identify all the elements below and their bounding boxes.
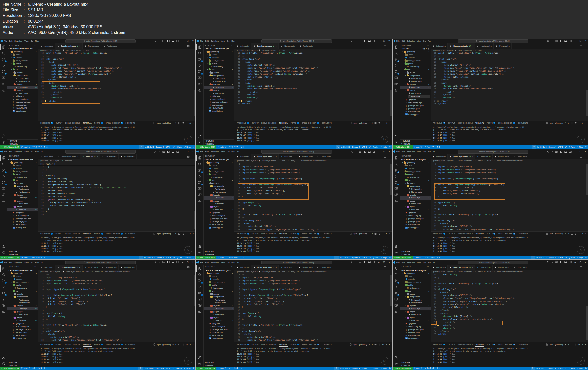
tree-item-base.css[interactable]: #base.cssU: [7, 319, 38, 322]
code-line[interactable]: 32 </main>: [38, 93, 195, 96]
activity-search-icon[interactable]: [393, 50, 400, 56]
panel-tab-debug-console[interactable]: DEBUG CONSOLE: [458, 232, 473, 236]
code-line[interactable]: 7: [234, 180, 392, 183]
code-line[interactable]: 18const { title = "GloboBlog" }: Props =…: [431, 282, 588, 285]
menu-item-file[interactable]: File: [199, 40, 204, 42]
panel-tab-ports[interactable]: PORTS2: [487, 121, 495, 125]
code-line[interactable]: 27 </head>: [431, 78, 588, 82]
screencast-zoom-icon[interactable]: [139, 145, 144, 149]
panel-tab-ports[interactable]: PORTS2: [291, 232, 299, 236]
tree-item-.vscode[interactable]: ›.vscode: [203, 278, 234, 281]
code-line[interactable]: 14type Props = {: [234, 312, 392, 315]
ports-status[interactable]: 2: [435, 257, 441, 259]
code-line[interactable]: 16};: [234, 207, 392, 210]
problems-status[interactable]: ⊘ 0△ 0⊙ 5: [228, 146, 239, 148]
section-timeline[interactable]: ›TIMELINE: [400, 364, 431, 367]
eol-status[interactable]: LF: [564, 257, 568, 258]
activity-remote-explorer-icon[interactable]: [393, 192, 400, 198]
activity-search-icon[interactable]: [196, 50, 203, 56]
code-line[interactable]: 16};: [431, 276, 588, 279]
code-line[interactable]: 21 <head>: [431, 222, 588, 225]
workspace-root[interactable]: ›ASTRO-...+⊞↻⊟: [400, 47, 431, 50]
code-line[interactable]: 18const { title = "GloboBlog" }: Props =…: [431, 52, 588, 55]
activity-run-debug-icon[interactable]: [0, 173, 7, 179]
activity-explorer-icon[interactable]: [196, 44, 203, 50]
tree-item-pages[interactable]: ›pages: [203, 310, 234, 313]
tree-item-tsconfig.json[interactable]: TStsconfig.json: [7, 226, 38, 229]
code-line[interactable]: 30 <main class="container content-contai…: [234, 87, 392, 91]
code-line[interactable]: 21 <head>: [38, 61, 195, 64]
tree-item-assets[interactable]: ›assets: [203, 292, 234, 295]
activity-run-debug-icon[interactable]: [196, 173, 203, 179]
code-line[interactable]: 14type Props = {: [38, 312, 195, 315]
menu-item-view[interactable]: View: [416, 150, 422, 153]
tree-item-globoblog[interactable]: ›globoblog●: [203, 50, 234, 53]
git-branch-status[interactable]: main*: [20, 257, 31, 259]
maximize-button[interactable]: □: [383, 40, 386, 42]
tree-item-public[interactable]: ›public: [400, 62, 431, 65]
editor-more-icon[interactable]: ⋯: [192, 266, 194, 268]
tree-item-index.astro[interactable]: index.astro: [7, 313, 38, 316]
screencast-zoom-icon[interactable]: [532, 145, 536, 149]
tree-item-Navbar.astro[interactable]: Navbar.astro: [203, 301, 234, 304]
tree-item-BaseLayo...[interactable]: BaseLayo...U: [7, 86, 38, 89]
code-line[interactable]: 18const { title = "GloboBlog" }: Props =…: [38, 324, 195, 327]
command-center-search[interactable]: astro-foundations [WSL: Ubuntu-22.04]: [458, 150, 528, 154]
menu-item-selection[interactable]: Selection: [13, 40, 23, 42]
tree-item-tsconfig.json[interactable]: TStsconfig.json: [203, 337, 234, 340]
menu-item-go[interactable]: Go: [30, 261, 34, 264]
tab-index.astro[interactable]: index.astro: [38, 43, 55, 49]
terminal-process[interactable]: npm - globoblog: [350, 343, 367, 346]
code-line[interactable]: 20<html lang="en">: [234, 219, 392, 222]
code-line[interactable]: 30 <main class="container content-contai…: [38, 87, 195, 91]
editor-scrollbar[interactable]: [390, 275, 392, 306]
breadcrumb[interactable]: globoblog›src›layouts›BaseLayout.astro›<…: [234, 49, 392, 52]
command-center-search[interactable]: astro-foundations [WSL: Ubuntu-22.04]: [261, 39, 332, 43]
code-line[interactable]: 179 background-color: var(--button-color…: [38, 183, 195, 186]
tree-item-favicon.svg[interactable]: ▨favicon.svg: [7, 286, 38, 290]
activity-account-icon[interactable]: [0, 133, 7, 139]
panel-tab-ports[interactable]: PORTS2: [94, 232, 103, 236]
maximize-button[interactable]: □: [579, 40, 582, 42]
code-line[interactable]: 10 { href: "/about", text: "About" },: [234, 189, 392, 192]
ports-status[interactable]: 2: [239, 257, 245, 259]
terminal-process[interactable]: npm - globoblog: [350, 122, 367, 124]
ninja-status[interactable]: Ninja: [576, 146, 584, 148]
code-line[interactable]: 20<html lang="en">: [38, 58, 195, 61]
problems-status[interactable]: ⊘ 0△ 0⊙ 5: [31, 146, 43, 148]
tree-item-BaseLayo...[interactable]: BaseLayo...U: [7, 196, 38, 200]
menu-item-view[interactable]: View: [220, 261, 226, 264]
tab-Footer.astro[interactable]: Footer.astro: [511, 265, 529, 270]
tree-item-README.md[interactable]: MREADME.md: [203, 334, 234, 337]
activity-live-preview-icon[interactable]: [393, 186, 400, 192]
tree-item-src[interactable]: ›src●: [7, 290, 38, 293]
section-outline[interactable]: ›OUTLINE: [400, 140, 431, 142]
eol-status[interactable]: LF: [368, 257, 372, 258]
activity-settings-icon[interactable]: [393, 360, 400, 367]
code-line[interactable]: 3import Navbar from "../components/Navba…: [431, 168, 588, 172]
tree-item-README.md[interactable]: MREADME.md: [203, 106, 234, 110]
code-line[interactable]: 24 <meta name="viewport" content="width=…: [431, 70, 588, 73]
terminal-output[interactable]: at /home/julian/projects/astro-foundatio…: [38, 236, 195, 253]
tree-item-assets[interactable]: ›assets: [203, 182, 234, 185]
lightbulb-icon[interactable]: [241, 100, 242, 102]
code-line[interactable]: 11 { href: "/blog", text: "Blog" },: [431, 192, 588, 195]
terminal-process[interactable]: npm - globoblog: [153, 343, 171, 346]
menu-item-run[interactable]: Run: [34, 40, 40, 42]
code-line[interactable]: 21 <head>: [38, 333, 195, 336]
tree-item-README.md[interactable]: MREADME.md: [400, 334, 431, 337]
encoding-status[interactable]: UTF-8: [361, 146, 368, 148]
code-line[interactable]: 3import Navbar from "../components/Navba…: [234, 279, 392, 282]
tree-item-public[interactable]: ›public: [203, 284, 234, 287]
new-terminal-icon[interactable]: +: [173, 122, 174, 124]
panel-maximize-icon[interactable]: ∧: [582, 233, 584, 235]
remote-indicator[interactable]: ><WSL: Ubuntu-22.04: [0, 367, 20, 370]
activity-account-icon[interactable]: [393, 243, 400, 250]
code-line[interactable]: 20<html lang="en">: [234, 330, 392, 333]
activity-remote-explorer-icon[interactable]: [196, 192, 203, 198]
tree-item-index.astro[interactable]: index.astro: [203, 92, 234, 95]
command-center-search[interactable]: astro-foundations [WSL: Ubuntu-22.04]: [65, 261, 136, 264]
activity-settings-icon[interactable]: [196, 250, 203, 256]
tree-item-pages[interactable]: ›pages: [7, 310, 38, 313]
editor-scrollbar[interactable]: [194, 275, 195, 306]
